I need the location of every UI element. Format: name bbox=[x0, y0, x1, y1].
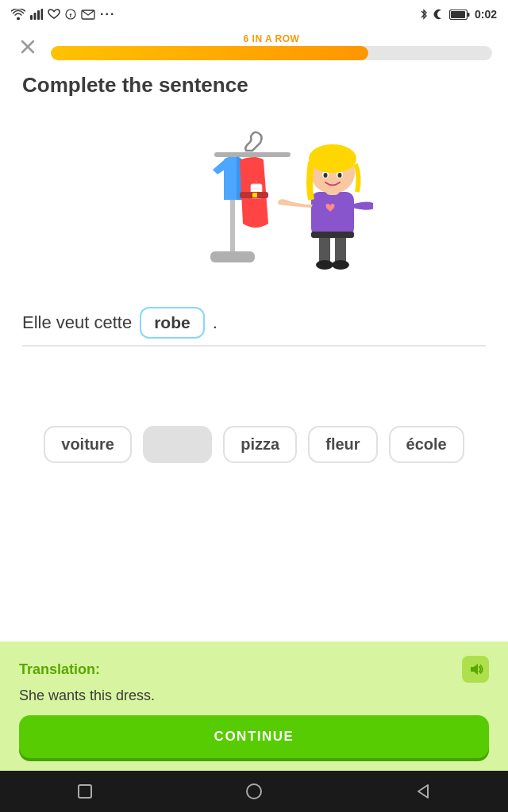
svg-point-31 bbox=[324, 173, 328, 178]
word-robe: robe bbox=[143, 426, 212, 463]
status-icons-left: f ··· bbox=[11, 7, 115, 21]
streak-label: 6 IN A ROW bbox=[244, 33, 300, 44]
word-bank: voiture robe pizza fleur école bbox=[0, 410, 508, 479]
svg-rect-20 bbox=[252, 193, 257, 197]
nav-back-button[interactable] bbox=[409, 777, 437, 806]
heart-icon bbox=[48, 9, 60, 20]
svg-rect-3 bbox=[41, 9, 44, 20]
bluetooth-icon bbox=[419, 8, 429, 21]
speaker-icon bbox=[468, 661, 483, 677]
status-bar: f ··· 0:02 bbox=[0, 0, 508, 29]
svg-rect-14 bbox=[214, 152, 291, 157]
svg-point-36 bbox=[247, 784, 261, 799]
square-icon bbox=[75, 782, 94, 801]
close-button[interactable] bbox=[16, 35, 40, 59]
svg-rect-35 bbox=[79, 785, 91, 798]
svg-rect-0 bbox=[30, 15, 33, 20]
word-fleur[interactable]: fleur bbox=[308, 426, 377, 463]
svg-point-23 bbox=[316, 260, 333, 270]
sentence-area: Elle veut cette robe . bbox=[22, 307, 486, 347]
word-ecole[interactable]: école bbox=[389, 426, 464, 463]
progress-track bbox=[51, 46, 492, 60]
instruction-label: Complete the sentence bbox=[22, 73, 486, 98]
back-icon bbox=[414, 782, 433, 801]
circle-icon bbox=[244, 782, 264, 801]
facebook-icon: f bbox=[65, 9, 76, 20]
nav-square-button[interactable] bbox=[71, 777, 99, 806]
svg-rect-8 bbox=[451, 11, 465, 18]
word-pizza[interactable]: pizza bbox=[223, 426, 297, 463]
nav-bar bbox=[0, 771, 508, 812]
svg-rect-25 bbox=[311, 192, 354, 236]
translation-header: Translation: bbox=[19, 656, 489, 683]
svg-marker-34 bbox=[471, 664, 478, 675]
selected-word-chip[interactable]: robe bbox=[140, 307, 205, 339]
illustration bbox=[135, 113, 373, 287]
streak-bar: 6 IN A ROW bbox=[0, 29, 508, 65]
svg-text:f: f bbox=[70, 12, 72, 19]
main-content: Complete the sentence bbox=[0, 65, 508, 347]
signal-bars-icon bbox=[30, 9, 43, 20]
close-icon bbox=[19, 38, 37, 56]
svg-rect-9 bbox=[468, 13, 470, 17]
word-voiture[interactable]: voiture bbox=[44, 426, 132, 463]
wifi-icon bbox=[11, 9, 25, 20]
progress-container: 6 IN A ROW bbox=[51, 33, 492, 60]
status-icons-right: 0:02 bbox=[419, 8, 497, 21]
translation-text: She wants this dress. bbox=[19, 688, 489, 704]
battery-icon bbox=[449, 10, 470, 20]
illustration-area bbox=[22, 109, 486, 291]
svg-point-33 bbox=[309, 144, 356, 173]
sentence-before: Elle veut cette bbox=[22, 312, 132, 333]
speaker-button[interactable] bbox=[462, 656, 489, 683]
more-dots-icon: ··· bbox=[100, 7, 115, 21]
svg-rect-2 bbox=[37, 10, 40, 20]
svg-point-32 bbox=[338, 173, 342, 178]
continue-button[interactable]: CONTINUE bbox=[19, 715, 489, 758]
svg-rect-1 bbox=[34, 13, 37, 20]
mail-icon bbox=[81, 10, 95, 20]
progress-fill bbox=[51, 46, 368, 60]
time-display: 0:02 bbox=[475, 8, 497, 21]
translation-label: Translation: bbox=[19, 661, 100, 678]
svg-marker-37 bbox=[418, 785, 428, 798]
moon-icon bbox=[433, 9, 444, 20]
translation-panel: Translation: She wants this dress. CONTI… bbox=[0, 642, 508, 771]
nav-circle-button[interactable] bbox=[240, 777, 268, 806]
svg-point-24 bbox=[332, 260, 349, 270]
sentence-period: . bbox=[213, 312, 217, 333]
svg-rect-13 bbox=[210, 251, 255, 262]
svg-rect-26 bbox=[311, 232, 354, 238]
